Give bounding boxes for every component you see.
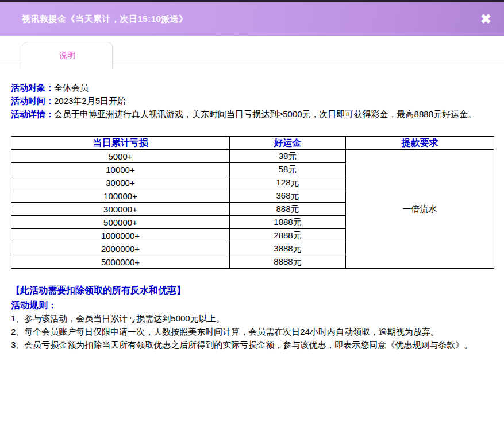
rules-title: 活动规则：: [11, 299, 493, 312]
tab-description[interactable]: 说明: [22, 42, 113, 68]
bonus-cell: 888元: [230, 203, 346, 216]
modal-content: 活动对象：全体会员 活动时间：2023年2月5日开始 活动详情：会员于申博亚洲进…: [0, 67, 504, 351]
bonus-cell: 38元: [230, 150, 346, 163]
promo-modal-page: { "header": { "title": "视讯救援金《当天累计，次日15:…: [0, 0, 504, 430]
loss-cell: 300000+: [11, 203, 230, 216]
table-header-row: 当日累计亏损 好运金 提款要求: [11, 137, 494, 150]
rule-line-3: 3、会员亏损金额为扣除当天所有领取优惠之后所得到的实际亏损金额，参与该优惠，即表…: [11, 338, 493, 351]
loss-cell: 2000000+: [11, 242, 230, 255]
loss-cell: 500000+: [11, 216, 230, 229]
info-value: 2023年2月5日开始: [54, 96, 126, 106]
loss-cell: 30000+: [11, 176, 230, 189]
modal-header: 视讯救援金《当天累计，次日15:10派送》 ✖: [0, 2, 504, 36]
bonus-cell: 3888元: [230, 242, 346, 255]
bonus-cell: 368元: [230, 189, 346, 203]
info-label: 活动时间：: [11, 96, 54, 106]
rule-line-1: 1、参与该活动，会员当日累计亏损需达到5000元以上。: [11, 312, 493, 325]
info-row-target: 活动对象：全体会员: [11, 81, 493, 94]
bonus-table-body: 5000+38元一倍流水10000+58元30000+128元100000+36…: [11, 150, 494, 269]
info-value: 全体会员: [54, 83, 89, 92]
bonus-cell: 2888元: [230, 229, 346, 242]
notes-section: 【此活动需要扣除领取的所有反水和优惠】 活动规则： 1、参与该活动，会员当日累计…: [11, 284, 493, 351]
bonus-cell: 128元: [230, 176, 346, 189]
bonus-cell: 1888元: [230, 216, 346, 229]
info-label: 活动详情：: [11, 109, 54, 119]
info-label: 活动对象：: [11, 83, 54, 92]
requirement-cell: 一倍流水: [346, 150, 494, 269]
bonus-cell: 8888元: [230, 255, 346, 269]
modal-title: 视讯救援金《当天累计，次日15:10派送》: [22, 14, 188, 25]
loss-cell: 100000+: [11, 189, 230, 203]
close-icon: ✖: [480, 11, 491, 26]
note-warning: 【此活动需要扣除领取的所有反水和优惠】: [11, 284, 493, 297]
loss-cell: 10000+: [11, 163, 230, 176]
table-header-loss: 当日累计亏损: [11, 137, 230, 150]
table-header-requirement: 提款要求: [346, 137, 494, 150]
bonus-table: 当日累计亏损 好运金 提款要求 5000+38元一倍流水10000+58元300…: [11, 136, 494, 269]
loss-cell: 5000000+: [11, 255, 230, 269]
tab-label: 说明: [59, 51, 75, 61]
close-button[interactable]: ✖: [477, 11, 495, 27]
loss-cell: 1000000+: [11, 229, 230, 242]
info-row-time: 活动时间：2023年2月5日开始: [11, 94, 493, 107]
info-row-details: 活动详情：会员于申博亚洲进行真人视讯游戏，美东时间当日亏损达到≥5000元，次日…: [11, 107, 493, 121]
info-value: 会员于申博亚洲进行真人视讯游戏，美东时间当日亏损达到≥5000元，次日即可获得彩…: [54, 109, 476, 119]
table-header-bonus: 好运金: [230, 137, 346, 150]
table-row: 5000+38元一倍流水: [11, 150, 494, 163]
bonus-cell: 58元: [230, 163, 346, 176]
rule-line-2: 2、每个会员账户每日仅限申请一次，天数按照美东时间计算，会员需在次日24小时内自…: [11, 325, 493, 338]
loss-cell: 5000+: [11, 150, 230, 163]
tab-bar: 说明: [0, 36, 504, 67]
